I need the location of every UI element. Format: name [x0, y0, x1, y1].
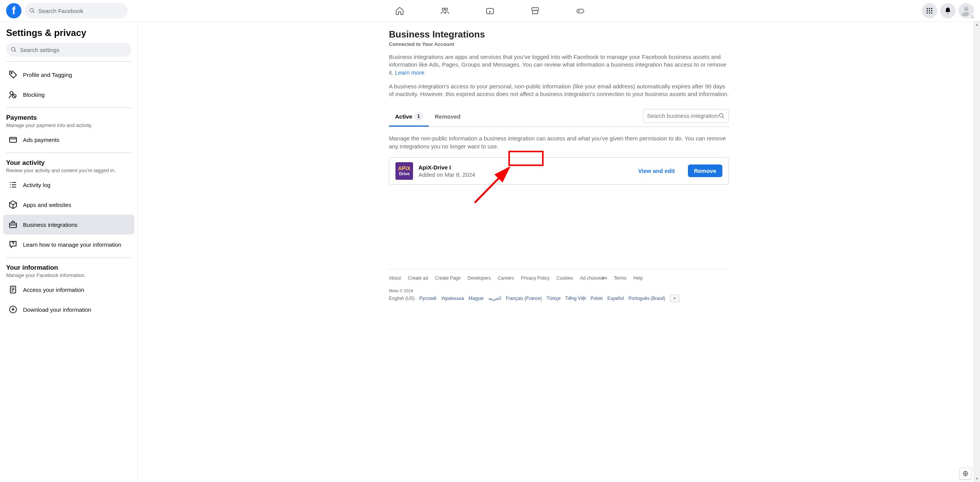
- language-link[interactable]: Español: [607, 296, 624, 301]
- card-icon: [6, 133, 20, 147]
- footer-link[interactable]: Developers: [467, 275, 491, 281]
- marketplace-icon: [531, 6, 540, 15]
- sidebar-item-activity-log[interactable]: Activity log: [3, 175, 134, 195]
- language-link[interactable]: Français (France): [506, 296, 542, 301]
- sidebar-item-label: Download your information: [23, 306, 91, 313]
- learn-more-link[interactable]: Learn more: [395, 69, 425, 76]
- nav-friends[interactable]: [424, 2, 466, 20]
- footer-meta: Meta © 2024: [389, 288, 729, 293]
- main-content: Business Integrations Connected to Your …: [138, 21, 980, 482]
- language-link[interactable]: Português (Brasil): [629, 296, 665, 301]
- nav-video[interactable]: [469, 2, 511, 20]
- globe-icon: [962, 471, 969, 477]
- download-icon: [6, 303, 20, 316]
- question-icon: [6, 238, 20, 251]
- globe-button[interactable]: [959, 467, 972, 480]
- svg-rect-3: [577, 9, 584, 13]
- sidebar-item-business-integrations[interactable]: Business integrations: [3, 215, 134, 234]
- nav-center: [379, 2, 601, 20]
- global-search-placeholder: Search Facebook: [38, 8, 83, 14]
- nav-marketplace[interactable]: [514, 2, 556, 20]
- scrollbar-up-icon[interactable]: ▲: [974, 21, 980, 28]
- svg-point-8: [929, 10, 930, 11]
- svg-point-1: [445, 8, 448, 10]
- nav-home[interactable]: [379, 2, 421, 20]
- divider: [6, 257, 131, 258]
- sidebar-section-activity: Your activity Review your activity and c…: [3, 156, 134, 175]
- section-title: Payments: [6, 114, 131, 122]
- global-search[interactable]: Search Facebook: [24, 3, 128, 18]
- manage-description: Manage the non-public information a busi…: [389, 135, 729, 150]
- notifications-button[interactable]: [940, 3, 956, 18]
- integration-info: ApiX-Drive I Added on Mar 8, 2024: [418, 164, 633, 178]
- footer-link[interactable]: About: [389, 275, 401, 281]
- tab-active[interactable]: Active 1: [389, 107, 429, 127]
- facebook-logo[interactable]: f: [6, 3, 21, 18]
- sidebar-item-apps-websites[interactable]: Apps and websites: [3, 195, 134, 215]
- language-link[interactable]: Polski: [590, 296, 603, 301]
- language-link[interactable]: Tiếng Việt: [565, 296, 586, 301]
- svg-point-6: [931, 8, 932, 9]
- briefcase-icon: [6, 218, 20, 231]
- tabs-row: Active 1 Removed: [389, 107, 729, 127]
- svg-rect-2: [487, 8, 493, 14]
- language-link[interactable]: العربية: [488, 296, 501, 301]
- tab-label: Removed: [435, 113, 461, 120]
- footer-link[interactable]: Careers: [498, 275, 514, 281]
- page-title: Business Integrations: [389, 29, 729, 40]
- search-icon: [29, 8, 35, 14]
- video-icon: [485, 6, 495, 15]
- footer-link[interactable]: Create Page: [435, 275, 461, 281]
- search-settings[interactable]: Search settings: [6, 43, 131, 57]
- integration-name: ApiX-Drive I: [418, 164, 633, 171]
- sidebar-item-blocking[interactable]: Blocking: [3, 85, 134, 104]
- svg-point-12: [931, 12, 932, 13]
- footer-link[interactable]: Help: [633, 275, 643, 281]
- footer-languages: English (US) Русский Українська Magyar ا…: [389, 295, 729, 302]
- integration-thumbnail: APiX Drive: [395, 162, 413, 180]
- list-icon: [6, 178, 20, 192]
- browser-scrollbar[interactable]: ▲ ▼: [973, 21, 980, 482]
- integration-added-date: Added on Mar 8, 2024: [418, 171, 633, 178]
- nav-gaming[interactable]: [559, 2, 601, 20]
- integration-card: APiX Drive ApiX-Drive I Added on Mar 8, …: [389, 157, 729, 185]
- search-integrations-input[interactable]: [647, 112, 719, 119]
- gaming-icon: [576, 6, 585, 15]
- language-current[interactable]: English (US): [389, 296, 415, 301]
- sidebar-item-learn-manage-info[interactable]: Learn how to manage your information: [3, 234, 134, 254]
- sidebar-item-label: Ads payments: [23, 137, 59, 143]
- account-button[interactable]: ⌄: [959, 3, 974, 18]
- search-icon: [719, 113, 725, 119]
- section-title: Your activity: [6, 159, 131, 167]
- search-settings-placeholder: Search settings: [20, 47, 59, 53]
- footer-link[interactable]: Cookies: [557, 275, 573, 281]
- footer-link[interactable]: Terms: [614, 275, 627, 281]
- avatar-icon: [961, 5, 972, 16]
- language-link[interactable]: Magyar: [469, 296, 484, 301]
- language-link[interactable]: Русский: [419, 296, 436, 301]
- remove-button[interactable]: Remove: [688, 164, 722, 177]
- menu-grid-button[interactable]: [922, 3, 937, 18]
- section-subtitle: Review your activity and content you're …: [6, 168, 131, 173]
- tab-count-badge: 1: [415, 112, 423, 120]
- sidebar-item-ads-payments[interactable]: Ads payments: [3, 130, 134, 150]
- svg-point-5: [929, 8, 930, 9]
- view-edit-link[interactable]: View and edit: [638, 168, 675, 174]
- search-integrations[interactable]: [643, 109, 729, 123]
- footer-link[interactable]: Create ad: [408, 275, 428, 281]
- sidebar-item-profile-tagging[interactable]: Profile and Tagging: [3, 65, 134, 85]
- divider: [6, 153, 131, 153]
- cube-icon: [6, 198, 20, 212]
- language-link[interactable]: Українська: [441, 296, 464, 301]
- tab-removed[interactable]: Removed: [429, 108, 467, 126]
- sidebar-item-access-info[interactable]: Access your information: [3, 280, 134, 300]
- sidebar-item-label: Access your information: [23, 287, 84, 293]
- grid-icon: [926, 7, 933, 15]
- footer-link[interactable]: Privacy Policy: [521, 275, 550, 281]
- scrollbar-down-icon[interactable]: ▼: [974, 475, 980, 482]
- sidebar-item-download-info[interactable]: Download your information: [3, 300, 134, 319]
- footer-links-row: About Create ad Create Page Developers C…: [389, 275, 729, 281]
- language-more-button[interactable]: +: [670, 295, 679, 302]
- language-link[interactable]: Türkçe: [547, 296, 561, 301]
- footer-link-adchoices[interactable]: Ad choices: [580, 275, 607, 281]
